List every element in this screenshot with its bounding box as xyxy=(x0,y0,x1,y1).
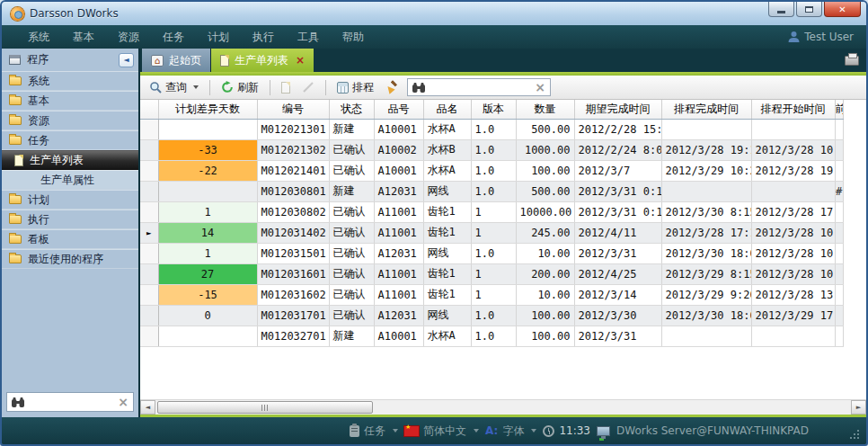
resize-grip[interactable] xyxy=(850,429,861,440)
tab-start-page[interactable]: ⌂ 起始页 xyxy=(142,49,211,72)
cell[interactable]: 已确认 xyxy=(329,263,374,284)
sidebar-item-8[interactable]: 看板 xyxy=(2,229,138,249)
schedule-button[interactable]: 排程 xyxy=(333,78,377,97)
cell[interactable]: 200.00 xyxy=(516,263,574,284)
cell[interactable]: 已确认 xyxy=(329,243,374,263)
cell-diff-days[interactable] xyxy=(158,119,257,139)
cell[interactable]: 1.0 xyxy=(471,181,516,201)
sidebar-item-0[interactable]: 系统 xyxy=(2,71,138,91)
scrollbar-thumb[interactable] xyxy=(157,401,373,414)
cell[interactable]: 2012/3/28 17:13 xyxy=(661,222,751,243)
sidebar-item-4[interactable]: 生产单列表 xyxy=(2,150,138,170)
cell[interactable]: 已确认 xyxy=(329,201,374,222)
cell[interactable] xyxy=(661,119,751,139)
cell[interactable]: 1 xyxy=(471,201,516,222)
row-selector[interactable] xyxy=(140,119,158,139)
cell[interactable]: 齿轮1 xyxy=(423,201,471,222)
cell-flag[interactable]: # xyxy=(835,181,843,201)
cell[interactable]: 1.0 xyxy=(471,119,516,139)
sidebar-item-1[interactable]: 基本 xyxy=(2,91,138,111)
sidebar-item-9[interactable]: 最近使用的程序 xyxy=(2,249,138,269)
table-row[interactable]: -22M012021401已确认A10001水杯A1.0100.002012/3… xyxy=(140,160,843,181)
cell[interactable]: 2012/3/28 10:52 xyxy=(751,243,835,263)
cell[interactable]: 网线 xyxy=(423,243,471,263)
cell[interactable]: M012031402 xyxy=(257,222,329,243)
cell-flag[interactable] xyxy=(835,326,843,346)
sidebar-item-5[interactable]: 生产单属性 xyxy=(2,170,138,190)
menu-item-0[interactable]: 系统 xyxy=(16,30,61,45)
column-header-4[interactable]: 品号 xyxy=(374,100,423,119)
cell[interactable]: 10.00 xyxy=(516,284,574,305)
cell[interactable]: 2012/3/7 xyxy=(574,160,661,181)
cell[interactable] xyxy=(751,181,835,201)
refresh-button[interactable]: 刷新 xyxy=(217,78,262,97)
row-selector[interactable]: ► xyxy=(140,222,158,243)
cell[interactable]: M012031701 xyxy=(257,305,329,326)
row-selector[interactable] xyxy=(140,263,158,284)
cell[interactable]: 2012/4/25 xyxy=(574,263,661,284)
cell[interactable]: 1.0 xyxy=(471,305,516,326)
toolbar-search-clear-icon[interactable]: × xyxy=(535,81,545,94)
sidebar-search-input[interactable] xyxy=(29,396,113,408)
cell-flag[interactable] xyxy=(835,139,843,160)
cell[interactable]: 2012/4/11 xyxy=(574,222,661,243)
column-header-8[interactable]: 期望完成时间 xyxy=(574,100,661,119)
row-selector[interactable] xyxy=(140,284,158,305)
printer-icon[interactable] xyxy=(845,56,859,66)
cell[interactable]: 已确认 xyxy=(329,222,374,243)
horizontal-scrollbar[interactable]: ◄ ► xyxy=(140,399,866,415)
cell[interactable]: 2012/3/28 10:52 xyxy=(751,139,835,160)
cell[interactable]: 齿轮1 xyxy=(423,284,471,305)
minimize-button[interactable] xyxy=(768,2,794,17)
cell[interactable]: 1 xyxy=(471,222,516,243)
cell[interactable] xyxy=(661,181,751,201)
menu-item-7[interactable]: 帮助 xyxy=(331,30,376,45)
column-header-3[interactable]: 状态 xyxy=(329,100,374,119)
table-row[interactable]: 1M012031501已确认A12031网线1.010.002012/3/312… xyxy=(140,243,843,263)
font-selector[interactable]: A: 字体 xyxy=(485,424,536,439)
table-row[interactable]: -15M012031602已确认A11001齿轮1110.002012/3/14… xyxy=(140,284,843,305)
table-row[interactable]: 1M012030802已确认A11001齿轮1110000.002012/3/3… xyxy=(140,201,843,222)
row-selector[interactable] xyxy=(140,326,158,346)
cell[interactable]: 245.00 xyxy=(516,222,574,243)
cell[interactable]: 2012/3/30 18:00 xyxy=(661,305,751,326)
cell[interactable]: A11001 xyxy=(374,284,423,305)
maximize-button[interactable] xyxy=(796,2,822,17)
cell[interactable] xyxy=(661,326,751,346)
new-button[interactable] xyxy=(278,80,294,95)
cell[interactable]: 已确认 xyxy=(329,160,374,181)
cell[interactable]: 2012/3/30 8:15 xyxy=(661,201,751,222)
cell-diff-days[interactable] xyxy=(158,181,257,201)
cell[interactable]: A10002 xyxy=(374,139,423,160)
column-header-11[interactable]: 前 xyxy=(835,100,843,119)
cell-diff-days[interactable]: 14 xyxy=(158,222,257,243)
cell[interactable]: 100.00 xyxy=(516,160,574,181)
sidebar-search-clear-icon[interactable]: × xyxy=(118,396,128,408)
scrollbar-track[interactable] xyxy=(155,400,851,415)
cell[interactable]: 齿轮1 xyxy=(423,222,471,243)
cell[interactable]: 2012/3/28 10:52 xyxy=(751,263,835,284)
cell[interactable]: 齿轮1 xyxy=(423,263,471,284)
menu-item-1[interactable]: 基本 xyxy=(61,30,106,45)
cell[interactable]: 新建 xyxy=(329,119,374,139)
row-selector[interactable] xyxy=(140,201,158,222)
cell-diff-days[interactable]: -33 xyxy=(158,139,257,160)
cell[interactable]: 新建 xyxy=(329,181,374,201)
cell[interactable]: 2012/3/28 19:10 xyxy=(751,160,835,181)
cell-diff-days[interactable]: -15 xyxy=(158,284,257,305)
cell[interactable]: 2012/3/28 17:13 xyxy=(751,201,835,222)
cell[interactable]: 1.0 xyxy=(471,139,516,160)
cell[interactable]: A12031 xyxy=(374,305,423,326)
cell[interactable]: 水杯A xyxy=(423,326,471,346)
close-button[interactable]: ✕ xyxy=(824,2,861,17)
cell[interactable]: A10001 xyxy=(374,119,423,139)
sidebar-item-3[interactable]: 任务 xyxy=(2,130,138,150)
cell[interactable]: 2012/3/30 18:00 xyxy=(661,243,751,263)
column-header-2[interactable]: 编号 xyxy=(257,100,329,119)
row-selector[interactable] xyxy=(140,160,158,181)
column-header-10[interactable]: 排程开始时间 xyxy=(751,100,835,119)
cell[interactable]: M012030801 xyxy=(257,181,329,201)
cell[interactable]: 水杯A xyxy=(423,160,471,181)
cell-flag[interactable] xyxy=(835,305,843,326)
cell[interactable]: 1000.00 xyxy=(516,139,574,160)
